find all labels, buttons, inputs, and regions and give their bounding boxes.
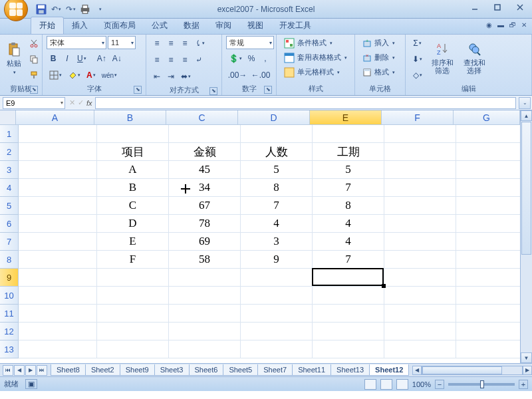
cell-G5[interactable] [456, 197, 520, 215]
cell-D8[interactable]: 9 [241, 251, 313, 269]
tab-7[interactable]: 开发工具 [271, 17, 319, 34]
row-header-7[interactable]: 7 [0, 233, 19, 251]
font-name-combo[interactable]: 宋体▾ [47, 36, 106, 49]
tab-6[interactable]: 视图 [239, 17, 271, 34]
tab-5[interactable]: 审阅 [207, 17, 239, 34]
cell-F13[interactable] [384, 340, 456, 358]
cell-A12[interactable] [19, 323, 97, 340]
cell-D5[interactable]: 7 [241, 197, 313, 215]
cell-G3[interactable] [456, 161, 520, 179]
col-header-C[interactable]: C [166, 110, 238, 125]
zoom-slider[interactable] [448, 383, 515, 386]
cell-C13[interactable] [169, 340, 241, 358]
fill-button[interactable]: ⬇▾ [410, 52, 425, 66]
sheet-tab-Sheet9[interactable]: Sheet9 [120, 364, 155, 376]
row-header-9[interactable]: 9 [0, 269, 19, 287]
tab-1[interactable]: 插入 [64, 17, 96, 34]
minimize-ribbon-icon[interactable]: ▬ [497, 21, 504, 29]
autosum-button[interactable]: Σ▾ [410, 36, 425, 51]
number-launcher[interactable]: ⬊ [264, 86, 272, 94]
row-header-2[interactable]: 2 [0, 143, 19, 161]
cell-B8[interactable]: F [97, 251, 169, 269]
col-header-F[interactable]: F [382, 110, 454, 125]
align-left-button[interactable]: ≡ [150, 53, 164, 67]
cell-G1[interactable] [456, 125, 520, 143]
cell-G6[interactable] [456, 215, 520, 233]
cell-B4[interactable]: B [97, 179, 169, 197]
merge-button[interactable]: ⬌▾ [178, 69, 194, 84]
cell-G2[interactable] [456, 143, 520, 161]
sheet-tab-Sheet12[interactable]: Sheet12 [369, 364, 409, 376]
name-box[interactable]: E9▾ [3, 97, 65, 109]
cell-E2[interactable]: 工期 [313, 143, 384, 161]
doc-close-icon[interactable]: ✕ [521, 21, 527, 29]
cell-B1[interactable] [97, 125, 169, 143]
tab-0[interactable]: 开始 [31, 17, 64, 34]
cell-C3[interactable]: 45 [169, 161, 241, 179]
grow-font-button[interactable]: A↑ [94, 51, 109, 66]
cell-C1[interactable] [169, 125, 241, 143]
cell-F1[interactable] [384, 125, 456, 143]
decrease-decimal-button[interactable]: ←.00 [249, 68, 272, 82]
cell-A2[interactable] [19, 143, 97, 161]
cell-E3[interactable]: 5 [313, 161, 384, 179]
sheet-tab-Sheet8[interactable]: Sheet8 [51, 364, 86, 376]
font-size-combo[interactable]: 11▾ [108, 36, 136, 49]
cell-B5[interactable]: C [97, 197, 169, 215]
fill-color-button[interactable]: ▾ [65, 68, 83, 82]
cell-D10[interactable] [241, 287, 313, 305]
cell-A3[interactable] [19, 161, 97, 179]
save-icon[interactable] [35, 3, 48, 16]
number-format-combo[interactable]: 常规▾ [226, 36, 274, 49]
shrink-font-button[interactable]: A↓ [110, 51, 124, 66]
cell-B2[interactable]: 项目 [97, 143, 169, 161]
vscroll-thumb[interactable] [521, 122, 531, 255]
sheet-tab-Sheet11[interactable]: Sheet11 [292, 364, 331, 376]
next-sheet-icon[interactable]: ▶ [25, 365, 36, 376]
bold-button[interactable]: B [47, 51, 60, 66]
cell-E4[interactable]: 7 [313, 179, 384, 197]
cancel-formula-icon[interactable]: ✕ [69, 98, 75, 107]
row-header-13[interactable]: 13 [0, 340, 19, 358]
conditional-formatting-button[interactable]: 条件格式▾ [281, 36, 350, 50]
sort-filter-button[interactable]: AZ排序和 筛选 [428, 36, 457, 80]
align-launcher[interactable]: ⬊ [209, 87, 217, 95]
find-select-button[interactable]: 查找和 选择 [460, 36, 489, 80]
cell-C5[interactable]: 67 [169, 197, 241, 215]
cell-A13[interactable] [19, 340, 97, 358]
cell-F11[interactable] [384, 305, 456, 323]
align-middle-button[interactable]: ≡ [164, 36, 178, 51]
format-painter-icon[interactable] [27, 68, 41, 82]
increase-indent-button[interactable]: ⇥ [164, 69, 178, 84]
col-header-B[interactable]: B [94, 110, 166, 125]
tab-3[interactable]: 公式 [144, 17, 176, 34]
cell-A10[interactable] [19, 287, 97, 305]
cell-D2[interactable]: 人数 [241, 143, 313, 161]
orientation-button[interactable]: ⤹▾ [192, 36, 207, 51]
horizontal-scrollbar[interactable]: ◀ ▶ [412, 366, 532, 375]
tab-4[interactable]: 数据 [176, 17, 207, 34]
cell-G8[interactable] [456, 251, 520, 269]
clear-button[interactable]: ◇▾ [410, 68, 425, 82]
enter-formula-icon[interactable]: ✓ [78, 98, 84, 107]
sheet-tab-Sheet13[interactable]: Sheet13 [331, 364, 370, 376]
align-right-button[interactable]: ≡ [178, 53, 192, 67]
scroll-down-icon[interactable]: ▼ [521, 352, 532, 363]
fx-icon[interactable]: fx [86, 99, 92, 107]
cell-B9[interactable] [97, 269, 169, 287]
cell-D11[interactable] [241, 305, 313, 323]
macro-record-icon[interactable]: ▣ [25, 379, 37, 389]
tab-2[interactable]: 页面布局 [96, 17, 144, 34]
cell-F6[interactable] [384, 215, 456, 233]
cell-C9[interactable] [169, 269, 241, 287]
row-header-6[interactable]: 6 [0, 215, 19, 233]
cell-F4[interactable] [384, 179, 456, 197]
cell-B3[interactable]: A [97, 161, 169, 179]
wrap-text-button[interactable]: ⤶ [192, 53, 205, 67]
paste-button[interactable]: 粘贴▾ [4, 36, 24, 80]
decrease-indent-button[interactable]: ⇤ [150, 69, 164, 84]
cell-F8[interactable] [384, 251, 456, 269]
col-header-D[interactable]: D [238, 110, 310, 125]
select-all-corner[interactable] [0, 110, 16, 125]
cell-E10[interactable] [313, 287, 384, 305]
